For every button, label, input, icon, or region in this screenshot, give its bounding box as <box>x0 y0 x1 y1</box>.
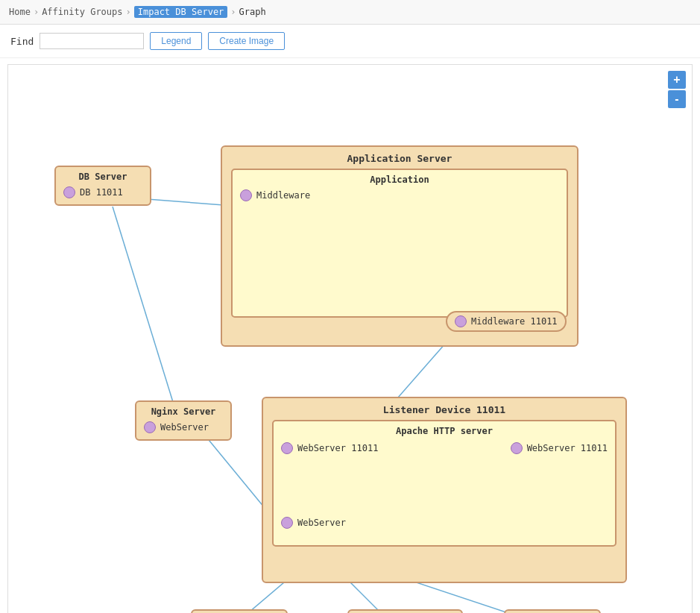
listener-ws1-label: WebServer 11011 <box>297 443 378 453</box>
legend-button[interactable]: Legend <box>150 32 202 50</box>
nginx-server-title: Nginx Server <box>144 406 223 417</box>
breadcrumb: Home › Affinity Groups › Impact DB Serve… <box>0 0 700 25</box>
listener-ws1-circle <box>281 442 293 454</box>
middleware-circle <box>240 189 252 201</box>
listener-ws3-label: WebServer <box>297 518 346 528</box>
nginx-server-circle <box>144 421 156 433</box>
middleware-11011-label: Middleware 11011 <box>471 316 558 327</box>
breadcrumb-affinity-groups[interactable]: Affinity Groups <box>42 7 122 17</box>
middleware-11011-node[interactable]: Middleware 11011 <box>446 311 567 332</box>
middleware-11011-circle <box>455 315 467 327</box>
middleware-item: Middleware <box>240 188 559 203</box>
toolbar: Find Legend Create Image <box>0 25 700 58</box>
create-image-button[interactable]: Create Image <box>208 32 285 50</box>
breadcrumb-sep-3: › <box>230 7 236 17</box>
application-inner-box: Application Middleware <box>231 169 568 318</box>
canvas-area: + - <box>7 64 693 613</box>
find-label: Find <box>10 36 34 47</box>
application-server-title: Application Server <box>231 153 568 164</box>
db-server-label: DB 11011 <box>80 187 123 198</box>
breadcrumb-sep-1: › <box>34 7 39 17</box>
application-inner-title: Application <box>240 175 559 185</box>
nginx-server-item: WebServer <box>144 420 223 435</box>
db-server-circle <box>63 186 75 198</box>
zoom-in-button[interactable]: + <box>668 71 686 89</box>
db-server-item: DB 11011 <box>63 185 142 200</box>
breadcrumb-graph: Graph <box>239 7 266 17</box>
apache-inner-title: Apache HTTP server <box>281 426 608 436</box>
listener-ws2-label: WebServer 11011 <box>527 443 608 453</box>
client-device-3-box[interactable]: Client Device Desktop <box>504 609 601 613</box>
breadcrumb-home[interactable]: Home <box>9 7 31 17</box>
middleware-label: Middleware <box>256 190 310 201</box>
listener-webserver-3-item: WebServer <box>281 515 608 530</box>
svg-line-2 <box>113 207 176 412</box>
zoom-out-button[interactable]: - <box>668 90 686 108</box>
client-device-1-box[interactable]: Client Device Desktop <box>191 609 288 613</box>
breadcrumb-sep-2: › <box>126 7 131 17</box>
listener-webserver-1-item: WebServer 11011 <box>281 441 378 456</box>
listener-webserver-2-item: WebServer 11011 <box>511 441 608 456</box>
listener-ws3-circle <box>281 517 293 529</box>
db-server-box[interactable]: DB Server DB 11011 <box>54 166 151 206</box>
apache-inner-box: Apache HTTP server WebServer 11011 WebSe… <box>272 420 617 547</box>
zoom-controls: + - <box>668 71 686 108</box>
db-server-title: DB Server <box>63 172 142 182</box>
listener-device-box[interactable]: Listener Device 11011 Apache HTTP server… <box>262 397 627 583</box>
nginx-server-box[interactable]: Nginx Server WebServer <box>135 400 232 441</box>
listener-ws2-circle <box>511 442 523 454</box>
nginx-server-label: WebServer <box>160 422 209 433</box>
client-device-2-box[interactable]: Client Device 11011 2 Desktop 11011 <box>347 609 463 613</box>
find-input[interactable] <box>40 33 144 49</box>
page-wrapper: Home › Affinity Groups › Impact DB Serve… <box>0 0 700 613</box>
listener-device-title: Listener Device 11011 <box>272 404 617 415</box>
breadcrumb-current: Impact DB Server <box>134 6 228 18</box>
